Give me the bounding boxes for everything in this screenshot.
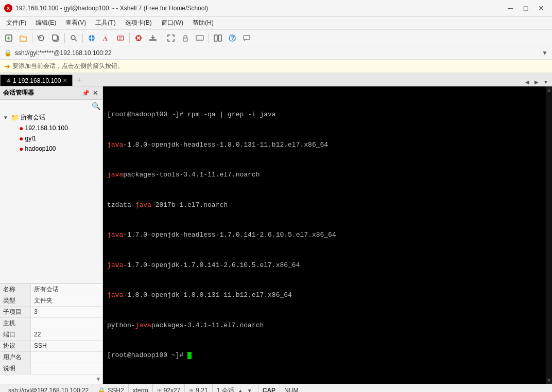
tab-icon: 🖥: [6, 78, 11, 83]
tb-open[interactable]: [16, 31, 30, 45]
address-text: ssh://gyl:******@192.168.10.100:22: [15, 49, 112, 57]
prop-val-protocol: SSH: [31, 341, 102, 350]
prop-val-desc: [31, 367, 102, 369]
svg-rect-11: [117, 36, 124, 40]
toolbar: A ?: [0, 30, 552, 46]
status-bar: ssh://gyl@192.168.10.100:22 🔒 SSH2 xterm…: [0, 384, 552, 393]
menu-help[interactable]: 帮助(H): [188, 17, 218, 29]
tb-search[interactable]: [67, 31, 80, 45]
sidebar-pin-button[interactable]: 📌: [80, 90, 91, 97]
tab-close-button[interactable]: ✕: [63, 78, 67, 83]
menu-view[interactable]: 查看(V): [61, 17, 90, 29]
minimize-button[interactable]: ─: [504, 3, 517, 13]
tree-item-hadoop100[interactable]: ● hadoop100: [10, 144, 100, 154]
sidebar-properties: 名称 所有会话 类型 文件夹 子项目 3 主机 端口 22: [0, 283, 102, 384]
tree-item-host1[interactable]: ● 192.168.10.100: [10, 123, 100, 133]
address-dropdown-button[interactable]: ▼: [542, 49, 548, 57]
sidebar-header: 会话管理器 📌 ✕: [0, 86, 102, 100]
sidebar-scroll-down-icon[interactable]: ▼: [95, 376, 101, 383]
svg-rect-26: [244, 35, 250, 40]
content-wrapper: 🖥 1 192.168.10.100 ✕ + ◀ ▶ ▼ 会话管理器 📌 ✕ 🔍: [0, 73, 552, 384]
status-address-text: ssh://gyl@192.168.10.100:22: [8, 387, 89, 392]
tab-bar: 🖥 1 192.168.10.100 ✕ + ◀ ▶ ▼: [0, 73, 552, 86]
status-dimensions-text: 92x27: [164, 387, 181, 392]
lock-icon: 🔒: [4, 49, 12, 57]
tree-toggle-icon: ▼: [3, 115, 9, 120]
tree-item-gyl1[interactable]: ● gyl1: [10, 133, 100, 144]
scroll-down-button[interactable]: ▼: [546, 378, 552, 384]
status-num: NUM: [280, 384, 302, 393]
tree-group-all-sessions: ▼ 📁 所有会话 ● 192.168.10.100 ●: [2, 112, 100, 154]
tree-children: ● 192.168.10.100 ● gyl1 ● hadoop100: [10, 123, 100, 154]
tb-fullscreen[interactable]: [164, 31, 178, 45]
term-line-3: javapackages-tools-3.4.1-11.el7.noarch: [107, 170, 548, 180]
num-lock-indicator: NUM: [284, 387, 298, 392]
tab-session-1[interactable]: 🖥 1 192.168.10.100 ✕: [0, 75, 73, 86]
tb-comment[interactable]: [240, 31, 253, 45]
server-icon-host1: ●: [19, 124, 23, 132]
caps-lock-indicator: CAP: [263, 387, 275, 392]
tb-download[interactable]: [146, 31, 160, 45]
session-nav: ▲ ▼: [236, 386, 254, 392]
status-encoding-text: xterm: [133, 387, 148, 392]
tab-nav-right: ◀ ▶ ▼: [523, 78, 552, 86]
prop-val-subitems: 3: [31, 307, 102, 316]
prop-row-type: 类型 文件夹: [0, 295, 102, 307]
prop-row-port: 端口 22: [0, 329, 102, 341]
tb-refresh[interactable]: [34, 31, 48, 45]
sidebar-search-icon[interactable]: 🔍: [92, 102, 100, 110]
svg-rect-20: [196, 35, 203, 40]
tb-cols[interactable]: [211, 31, 225, 45]
terminal-scrollbar[interactable]: ▲ ▼: [546, 86, 552, 384]
term-line-4: tzdata-java-2017b-1.el7.noarch: [107, 200, 548, 210]
svg-rect-4: [53, 35, 57, 40]
menu-tools[interactable]: 工具(T): [91, 17, 119, 29]
maximize-button[interactable]: □: [519, 3, 532, 13]
tb-transfer[interactable]: [193, 31, 206, 45]
tb-copy[interactable]: [49, 31, 62, 45]
svg-rect-17: [149, 39, 157, 41]
terminal-output[interactable]: [root@hadoop100 ~]# rpm -qa | grep -i ja…: [103, 86, 552, 384]
menu-bar: 文件(F) 编辑(E) 查看(V) 工具(T) 选项卡(B) 窗口(W) 帮助(…: [0, 16, 552, 30]
status-sessions: 1 会话 ▲ ▼: [213, 384, 258, 393]
tab-next-button[interactable]: ▶: [532, 78, 541, 86]
tb-stop[interactable]: [132, 31, 145, 45]
tb-lock[interactable]: [179, 31, 192, 45]
svg-text:A: A: [103, 35, 108, 42]
menu-tabs[interactable]: 选项卡(B): [121, 17, 156, 29]
sidebar-tree: 🔍 ▼ 📁 所有会话 ● 192.168.10.100: [0, 100, 102, 283]
scroll-up-button[interactable]: ▲: [546, 86, 552, 93]
menu-edit[interactable]: 编辑(E): [31, 17, 60, 29]
window-title: 192.168.10.100 - gyl@hadoop100:~ - Xshel…: [15, 5, 208, 12]
svg-rect-23: [218, 35, 221, 41]
status-protocol-text: SSH2: [108, 387, 124, 392]
terminal-cursor: [187, 352, 192, 359]
server-icon-gyl1: ●: [19, 134, 23, 142]
cursor-icon: ⊕: [189, 387, 194, 393]
status-address: ssh://gyl@192.168.10.100:22: [4, 384, 93, 393]
scroll-track[interactable]: [546, 93, 552, 378]
toolbar-separator-5: [162, 33, 162, 43]
menu-file[interactable]: 文件(F): [2, 17, 30, 29]
session-prev-button[interactable]: ▲: [236, 386, 245, 392]
close-button[interactable]: ✕: [534, 3, 548, 13]
tb-compose[interactable]: [85, 31, 98, 45]
terminal-container[interactable]: [root@hadoop100 ~]# rpm -qa | grep -i ja…: [103, 86, 552, 384]
tb-help[interactable]: ?: [226, 31, 239, 45]
sidebar-close-button[interactable]: ✕: [91, 90, 99, 97]
sidebar-title: 会话管理器: [3, 88, 80, 97]
tb-font[interactable]: A: [99, 31, 113, 45]
session-next-button[interactable]: ▼: [246, 386, 254, 392]
menu-window[interactable]: 窗口(W): [157, 17, 187, 29]
tree-item-all-sessions[interactable]: ▼ 📁 所有会话: [2, 112, 100, 123]
tab-prev-button[interactable]: ◀: [523, 78, 531, 86]
tab-menu-button[interactable]: ▼: [542, 78, 550, 86]
new-tab-button[interactable]: +: [73, 74, 85, 86]
window-controls: ─ □ ✕: [504, 3, 548, 13]
prop-row-protocol: 协议 SSH: [0, 341, 102, 352]
tb-new[interactable]: [2, 31, 15, 45]
tb-type[interactable]: [114, 31, 127, 45]
toolbar-separator-3: [82, 33, 83, 43]
term-line-5: java-1.7.0-openjdk-headless-1.7.0.141-2.…: [107, 230, 548, 240]
grid-icon: ⊞: [157, 387, 162, 393]
